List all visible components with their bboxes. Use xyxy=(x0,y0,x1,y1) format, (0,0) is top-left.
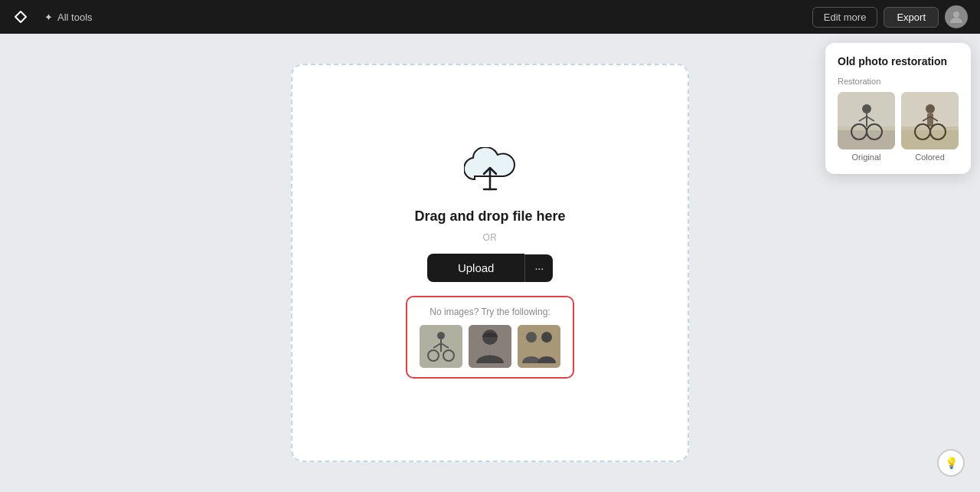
original-label: Original xyxy=(852,153,881,162)
upload-dropzone[interactable]: Drag and drop file here OR Upload ··· No… xyxy=(291,64,689,462)
upload-options-button[interactable]: ··· xyxy=(524,254,553,282)
sample-photo-3 xyxy=(518,325,560,368)
svg-point-18 xyxy=(862,104,871,113)
avatar[interactable] xyxy=(945,5,968,28)
logo-icon[interactable] xyxy=(12,8,29,25)
ellipsis-icon: ··· xyxy=(534,262,544,274)
help-button[interactable]: 💡 xyxy=(937,449,965,477)
original-photo xyxy=(838,92,895,149)
colored-photo-svg xyxy=(901,92,959,149)
sample-photo-1 xyxy=(420,325,462,368)
sample-thumbnails xyxy=(420,325,560,368)
colored-thumb-wrapper: Colored xyxy=(901,92,959,162)
cloud-upload-icon-wrapper xyxy=(464,147,516,196)
sample-thumb-3[interactable] xyxy=(518,325,560,368)
colored-thumbnail[interactable] xyxy=(901,92,959,149)
upload-button-row: Upload ··· xyxy=(427,254,553,282)
colored-label: Colored xyxy=(915,153,945,162)
cloud-upload-icon xyxy=(464,147,516,193)
restoration-label: Restoration xyxy=(838,77,959,86)
svg-point-13 xyxy=(526,332,537,343)
topbar-left: ✦ All tools xyxy=(12,8,99,26)
colored-photo xyxy=(901,92,959,149)
drag-drop-text: Drag and drop file here xyxy=(414,208,565,225)
svg-point-0 xyxy=(953,11,959,18)
sparkle-icon: ✦ xyxy=(44,11,53,23)
no-images-text: No images? Try the following: xyxy=(420,307,560,317)
upload-button[interactable]: Upload xyxy=(427,254,525,282)
lightbulb-icon: 💡 xyxy=(945,457,958,469)
export-button[interactable]: Export xyxy=(884,7,939,28)
all-tools-label: All tools xyxy=(57,11,93,23)
original-thumbnail[interactable] xyxy=(838,92,895,149)
sample-thumb-2[interactable] xyxy=(469,325,511,368)
panel-title: Old photo restoration xyxy=(838,55,959,67)
sample-thumb-1[interactable] xyxy=(420,325,462,368)
svg-point-14 xyxy=(541,332,552,343)
panel-thumbnails: Original xyxy=(838,92,959,162)
original-thumb-wrapper: Original xyxy=(838,92,895,162)
edit-more-button[interactable]: Edit more xyxy=(812,7,878,28)
all-tools-button[interactable]: ✦ All tools xyxy=(38,8,99,26)
topbar-right: Edit more Export xyxy=(812,5,968,28)
sidebar-panel: Old photo restoration Restoration xyxy=(825,43,971,174)
sample-images-box: No images? Try the following: xyxy=(406,296,574,379)
topbar: ✦ All tools Edit more Export xyxy=(0,0,980,34)
svg-point-27 xyxy=(926,104,935,113)
original-photo-svg xyxy=(838,92,895,149)
svg-rect-28 xyxy=(927,113,933,126)
or-divider: OR xyxy=(483,232,498,243)
svg-point-4 xyxy=(437,332,445,339)
sample-photo-2 xyxy=(469,325,511,368)
